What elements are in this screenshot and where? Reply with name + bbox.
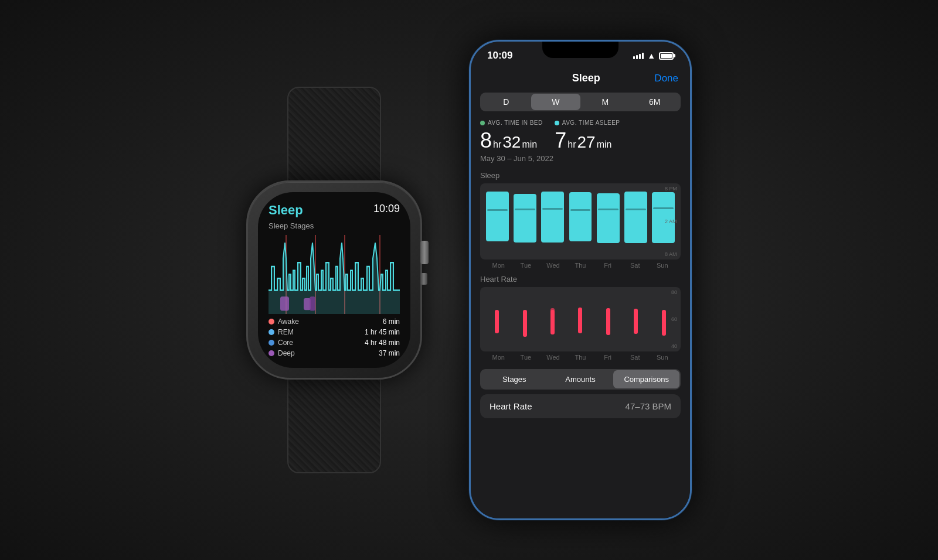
sleep-bar-sat-segment bbox=[624, 192, 647, 243]
sleep-bar-tue-segment bbox=[514, 194, 536, 243]
day-fri: Fri bbox=[594, 262, 621, 269]
hr-day-mon: Mon bbox=[485, 354, 512, 361]
bed-time-value: 8 hr 32 min bbox=[480, 128, 537, 153]
legend-deep: Deep 37 min bbox=[269, 349, 400, 357]
sleep-chart-area: 8 PM 2 AM 8 AM bbox=[480, 183, 681, 259]
legend-rem: REM 1 hr 45 min bbox=[269, 328, 400, 336]
hr-bar-wed bbox=[541, 292, 565, 351]
phone-body: 10:09 ▲ bbox=[469, 40, 692, 520]
phone-notch bbox=[542, 42, 618, 58]
date-range: May 30 – Jun 5, 2022 bbox=[480, 154, 681, 163]
stats-values: 8 hr 32 min 7 hr 27 min bbox=[480, 128, 681, 153]
watch-legend: Awake 6 min REM 1 hr 45 min bbox=[269, 317, 400, 357]
heart-y-labels: 80 60 40 bbox=[671, 287, 677, 351]
hr-seg-fri-2 bbox=[606, 309, 610, 319]
sleep-bar-thu bbox=[567, 188, 593, 259]
hr-day-wed: Wed bbox=[539, 354, 567, 361]
hr-day-sat: Sat bbox=[621, 354, 649, 361]
stats-legends: AVG. TIME IN BED AVG. TIME ASLEEP bbox=[480, 119, 681, 126]
awake-dot bbox=[269, 319, 274, 325]
done-button[interactable]: Done bbox=[654, 73, 678, 84]
sleep-time-value: 7 hr 27 min bbox=[555, 128, 611, 153]
seg-stages[interactable]: Stages bbox=[481, 370, 548, 388]
deep-dot bbox=[269, 350, 274, 356]
day-tue: Tue bbox=[512, 262, 540, 269]
watch-screen: Sleep 10:09 Sleep Stages bbox=[258, 192, 410, 368]
sleep-dot bbox=[555, 121, 559, 125]
heart-chart-label: Heart Rate bbox=[480, 275, 681, 284]
seg-amounts[interactable]: Amounts bbox=[548, 370, 614, 388]
app-title: Sleep bbox=[518, 72, 654, 84]
battery-fill bbox=[661, 54, 672, 58]
sleep-mins: 27 bbox=[577, 133, 595, 152]
heart-rate-chart-section: Heart Rate bbox=[471, 274, 690, 364]
bottom-segment-control[interactable]: Stages Amounts Comparisons bbox=[480, 369, 681, 390]
hr-y-40: 40 bbox=[671, 343, 677, 349]
sleep-min-unit: min bbox=[597, 139, 612, 150]
sleep-hours: 7 bbox=[555, 128, 566, 153]
bed-hr-unit: hr bbox=[493, 139, 501, 150]
sleep-legend-label: AVG. TIME ASLEEP bbox=[562, 119, 620, 126]
sleep-y-labels: 8 PM 2 AM 8 AM bbox=[665, 183, 677, 259]
bed-min-unit: min bbox=[522, 139, 537, 150]
day-sat: Sat bbox=[621, 262, 649, 269]
rem-label: REM bbox=[278, 328, 294, 336]
heart-days-row: Mon Tue Wed Thu Fri Sat Sun bbox=[480, 351, 681, 361]
svg-rect-8 bbox=[310, 296, 315, 310]
watch-side-button bbox=[420, 273, 427, 285]
awake-value: 6 min bbox=[383, 317, 400, 326]
phone-volume-down bbox=[469, 200, 470, 235]
hr-bar-thu bbox=[568, 292, 592, 351]
deep-value: 37 min bbox=[379, 349, 400, 357]
heart-rate-row: Heart Rate 47–73 BPM bbox=[480, 394, 681, 418]
hr-seg-tue bbox=[523, 310, 527, 337]
watch-chart bbox=[269, 235, 400, 314]
sleep-bar-fri-segment bbox=[597, 193, 620, 243]
hr-day-thu: Thu bbox=[567, 354, 594, 361]
hr-bar-mon bbox=[485, 292, 509, 351]
seg-comparisons[interactable]: Comparisons bbox=[613, 370, 679, 388]
sleep-hr-unit: hr bbox=[567, 139, 576, 150]
phone-power-button bbox=[691, 165, 692, 211]
day-wed: Wed bbox=[539, 262, 567, 269]
sleep-legend: AVG. TIME ASLEEP bbox=[555, 119, 620, 126]
sleep-bar-mon-segment bbox=[486, 192, 509, 241]
segment-6m[interactable]: 6M bbox=[630, 94, 680, 110]
phone-volume-up bbox=[469, 159, 470, 194]
watch-crown bbox=[420, 241, 429, 264]
rem-value: 1 hr 45 min bbox=[365, 328, 400, 336]
bed-legend: AVG. TIME IN BED bbox=[480, 119, 543, 126]
sleep-chart-section: Sleep bbox=[471, 169, 690, 274]
bed-legend-label: AVG. TIME IN BED bbox=[488, 119, 543, 126]
legend-core: Core 4 hr 48 min bbox=[269, 339, 400, 347]
segment-d[interactable]: D bbox=[481, 94, 531, 110]
signal-bars bbox=[633, 53, 644, 59]
apple-watch: Sleep 10:09 Sleep Stages bbox=[246, 180, 422, 380]
sleep-bar-fri bbox=[596, 188, 621, 259]
sleep-waveform bbox=[269, 235, 400, 314]
status-icons: ▲ bbox=[633, 51, 674, 60]
hr-seg-sun bbox=[662, 310, 666, 336]
hr-bar-sat bbox=[624, 292, 648, 351]
day-mon: Mon bbox=[485, 262, 512, 269]
segment-m[interactable]: M bbox=[580, 94, 630, 110]
y-label-8am: 8 AM bbox=[665, 251, 677, 257]
sleep-bar-mon bbox=[485, 188, 510, 259]
hr-y-80: 80 bbox=[671, 289, 677, 295]
sleep-chart-label: Sleep bbox=[480, 171, 681, 180]
hr-day-fri: Fri bbox=[594, 354, 621, 361]
phone-screen: 10:09 ▲ bbox=[471, 42, 690, 518]
hr-seg-thu-2 bbox=[578, 309, 582, 318]
bed-mins: 32 bbox=[502, 133, 521, 152]
hr-day-tue: Tue bbox=[512, 354, 540, 361]
day-sun: Sun bbox=[648, 262, 676, 269]
core-value: 4 hr 48 min bbox=[365, 339, 400, 347]
segment-w[interactable]: W bbox=[531, 94, 581, 110]
watch-body: Sleep 10:09 Sleep Stages bbox=[246, 180, 422, 380]
core-dot bbox=[269, 340, 274, 346]
watch-time: 10:09 bbox=[373, 203, 400, 215]
time-segment-control[interactable]: D W M 6M bbox=[480, 93, 681, 111]
hr-day-sun: Sun bbox=[648, 354, 676, 361]
sleep-bar-sat bbox=[623, 188, 648, 259]
stats-area: AVG. TIME IN BED AVG. TIME ASLEEP 8 hr 3… bbox=[471, 115, 690, 169]
